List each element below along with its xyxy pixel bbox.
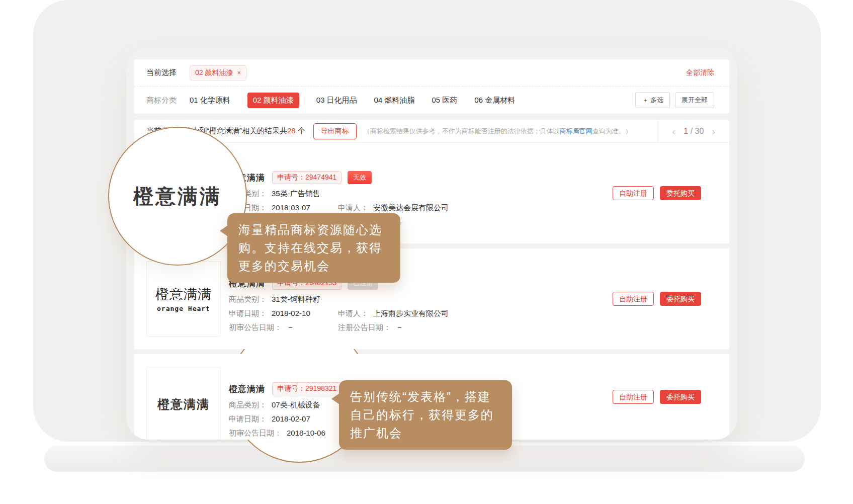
category-list: 01 化学原料 02 颜料油漆 03 日化用品 04 燃料油脂 05 医药 06… [190,93,515,108]
trademark-info: 橙意满满 申请号：29482153 已注册 商品类别：31类-饲料种籽 申请日期… [229,277,449,332]
apply-date-value: 2018-03-07 [272,203,310,212]
entrust-buy-button[interactable]: 委托购买 [660,390,701,404]
chevron-left-icon[interactable]: ‹ [672,126,676,136]
application-no-label: 申请号： [277,384,305,392]
applicant-key: 申请人： [338,203,368,212]
trademark-office-link[interactable]: 商标局官网 [560,127,592,135]
category-key: 商品类别： [229,294,267,304]
apply-date-key: 申请日期： [229,414,267,424]
clear-all-link[interactable]: 全部清除 [686,68,714,77]
total-pages: 30 [695,127,704,135]
row-actions: 自助注册 委托购买 [613,390,701,404]
row-actions: 自助注册 委托购买 [613,186,701,200]
selected-filter-tag-label: 02 颜料油漆 [195,68,233,77]
table-row: 橙意满满 orange Heart 橙意满满 申请号：29482153 已注册 … [134,248,729,349]
first-publication-key: 初审公告日期： [229,428,282,438]
export-trademarks-button[interactable]: 导出商标 [313,123,357,139]
application-no-value: 29474941 [305,173,336,181]
results-count: 28 [287,126,296,135]
trademark-image-text: 橙意满满 [157,396,210,412]
category-item-01[interactable]: 01 化学原料 [190,96,230,105]
tooltip-marketplace: 海量精品商标资源随心选 购。支持在线交易，获得 更多的交易机会 [227,213,400,283]
magnified-trademark-text: 橙意满满 [133,183,222,210]
applicant-value: 上海雨步实业有限公司 [373,308,449,318]
results-header: 当前分类共检索到“橙意满满”相关的结果共28 个 导出商标 （商标检索结果仅供参… [134,120,729,143]
applicant-value: 安徽美达会展有限公司 [373,203,449,212]
trademark-image-text: 橙意满满 [155,285,212,303]
tooltip-promotion: 告别传统“发表格”，搭建 自己的标行，获得更多的 推广机会 [339,380,512,450]
filter-panel: 当前选择 02 颜料油漆 × 全部清除 商标分类 01 化学原料 02 颜料油漆… [134,59,729,114]
apply-date-value: 2018-02-07 [272,414,310,424]
apply-date-value: 2018-02-10 [272,308,310,318]
page-separator: / [691,127,693,135]
disclaimer-text-post: 查询为准。） [592,127,632,135]
trademark-image-subtext: orange Heart [157,305,210,312]
chevron-right-icon[interactable]: › [712,126,715,136]
category-key: 商品类别： [229,400,267,409]
status-badge: 无效 [348,171,372,184]
first-publication-key: 初审公告日期： [229,322,282,332]
category-value: 07类-机械设备 [272,400,320,409]
results-disclaimer: （商标检索结果仅供参考，不作为商标能否注册的法律依据；具体以商标局官网查询为准。… [364,127,632,136]
reg-publication-key: 注册公告日期： [338,322,391,332]
row-divider [134,349,729,354]
entrust-buy-button[interactable]: 委托购买 [660,292,701,306]
category-item-04[interactable]: 04 燃料油脂 [374,96,415,105]
row-actions: 自助注册 委托购买 [613,292,701,306]
summary-suffix: 个 [296,126,305,135]
first-publication-value: － [287,322,294,332]
application-no-label: 申请号： [277,173,305,181]
category-item-06[interactable]: 06 金属材料 [474,96,515,105]
category-item-02-active[interactable]: 02 颜料油漆 [247,93,299,108]
apply-date-key: 申请日期： [229,308,267,318]
self-register-button[interactable]: 自助注册 [613,186,654,200]
self-register-button[interactable]: 自助注册 [613,292,654,306]
application-no-badge: 申请号：29474941 [272,171,342,184]
category-value: 31类-饲料种籽 [272,294,320,304]
multi-select-button[interactable]: ＋ 多选 [635,92,670,108]
disclaimer-text-pre: （商标检索结果仅供参考，不作为商标能否注册的法律依据；具体以 [364,127,560,135]
current-selection-row: 当前选择 02 颜料油漆 × 全部清除 [134,59,729,87]
category-item-03[interactable]: 03 日化用品 [316,96,357,105]
self-register-button[interactable]: 自助注册 [613,390,654,404]
category-row: 商标分类 01 化学原料 02 颜料油漆 03 日化用品 04 燃料油脂 05 … [134,87,729,114]
trademark-image: 橙意满满 orange Heart [146,261,221,337]
pagination: ‹ 1 / 30 › [658,120,729,142]
entrust-buy-button[interactable]: 委托购买 [660,186,701,200]
filter-buttons: ＋ 多选 展开全部 [635,92,714,108]
current-selection-label: 当前选择 [146,68,177,77]
expand-all-button[interactable]: 展开全部 [675,92,714,108]
category-item-05[interactable]: 05 医药 [432,96,457,105]
trademark-info: 橙意满满 申请号：29198321 商品类别：07类-机械设备 申请日期：201… [229,382,342,438]
reg-publication-value: － [396,322,403,332]
selected-filter-tag[interactable]: 02 颜料油漆 × [190,65,246,80]
trademark-title: 橙意满满 [229,383,265,395]
trademark-image: 橙意满满 [146,367,221,440]
close-icon[interactable]: × [237,69,241,76]
magnifier-circle-top: 橙意满满 [108,127,247,266]
category-value: 35类-广告销售 [272,189,320,198]
first-publication-value: 2018-10-06 [287,428,325,438]
application-no-value: 29198321 [305,384,336,392]
category-label: 商标分类 [146,96,177,105]
current-page: 1 [684,127,688,135]
applicant-key: 申请人： [338,308,368,318]
